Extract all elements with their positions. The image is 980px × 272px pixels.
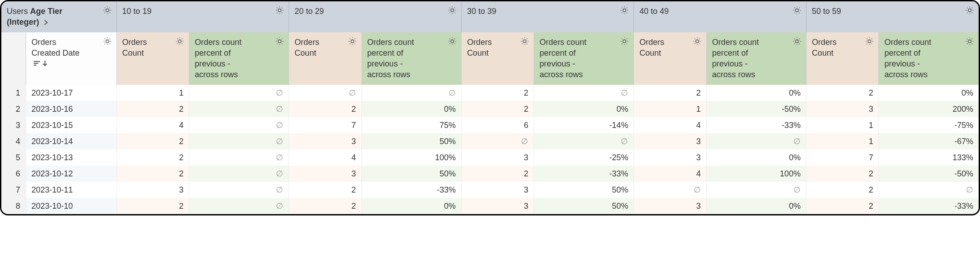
pct-cell[interactable]: 0% [707, 198, 806, 214]
count-cell[interactable]: 2 [289, 198, 361, 214]
count-cell[interactable]: 2 [117, 166, 189, 182]
date-cell[interactable]: 2023-10-10 [26, 198, 116, 214]
count-cell[interactable]: 3 [634, 198, 706, 214]
count-cell[interactable]: 2 [117, 101, 189, 117]
pct-cell[interactable]: -33% [879, 198, 979, 214]
count-cell[interactable]: 2 [806, 85, 878, 101]
count-cell[interactable]: 4 [634, 117, 706, 133]
pct-cell[interactable]: ∅ [707, 182, 806, 198]
count-cell[interactable]: 2 [806, 198, 878, 214]
gear-icon[interactable] [964, 5, 975, 16]
pct-cell[interactable]: 50% [534, 182, 633, 198]
pct-cell[interactable]: ∅ [189, 166, 289, 182]
pct-cell[interactable]: ∅ [534, 85, 633, 101]
count-cell[interactable]: 3 [289, 166, 361, 182]
gear-icon[interactable] [347, 36, 358, 47]
date-cell[interactable]: 2023-10-11 [26, 182, 116, 198]
pct-cell[interactable]: ∅ [189, 182, 289, 198]
pct-cell[interactable]: ∅ [189, 149, 289, 166]
gear-icon[interactable] [792, 5, 802, 16]
orders-pct-header[interactable]: Orders count percent of previous - acros… [189, 32, 289, 85]
pct-cell[interactable]: ∅ [534, 133, 633, 149]
gear-icon[interactable] [792, 36, 802, 47]
count-cell[interactable]: 1 [634, 101, 706, 117]
date-cell[interactable]: 2023-10-15 [26, 117, 116, 133]
age-tier-header[interactable]: 40 to 49 [634, 1, 806, 30]
pct-cell[interactable]: -33% [362, 182, 461, 198]
count-cell[interactable]: 2 [117, 198, 189, 214]
pct-cell[interactable]: -33% [707, 117, 806, 133]
gear-icon[interactable] [964, 36, 975, 47]
count-cell[interactable]: 3 [462, 198, 534, 214]
pct-cell[interactable]: 100% [707, 166, 806, 182]
count-cell[interactable]: 2 [462, 85, 534, 101]
count-cell[interactable]: ∅ [289, 85, 361, 101]
date-cell[interactable]: 2023-10-12 [26, 166, 116, 182]
count-cell[interactable]: 3 [117, 182, 189, 198]
pct-cell[interactable]: 0% [362, 198, 461, 214]
count-cell[interactable]: 3 [634, 149, 706, 166]
date-cell[interactable]: 2023-10-13 [26, 149, 116, 166]
count-cell[interactable]: 1 [117, 85, 189, 101]
count-cell[interactable]: 3 [806, 101, 878, 117]
gear-icon[interactable] [102, 5, 113, 16]
date-cell[interactable]: 2023-10-16 [26, 101, 116, 117]
pct-cell[interactable]: 50% [362, 166, 461, 182]
pct-cell[interactable]: 50% [362, 133, 461, 149]
orders-count-header[interactable]: Orders Count [289, 32, 361, 77]
gear-icon[interactable] [692, 36, 703, 47]
pivot-field-header[interactable]: Users Age Tier (Integer) [1, 1, 116, 32]
count-cell[interactable]: 3 [634, 133, 706, 149]
pct-cell[interactable]: 0% [362, 101, 461, 117]
pct-cell[interactable]: ∅ [707, 133, 806, 149]
count-cell[interactable]: 2 [634, 85, 706, 101]
gear-icon[interactable] [447, 36, 458, 47]
date-cell[interactable]: 2023-10-14 [26, 133, 116, 149]
count-cell[interactable]: 3 [289, 133, 361, 149]
age-tier-header[interactable]: 10 to 19 [117, 1, 289, 30]
pct-cell[interactable]: ∅ [189, 85, 289, 101]
age-tier-header[interactable]: 20 to 29 [289, 1, 461, 30]
sort-indicator[interactable] [33, 60, 48, 66]
orders-count-header[interactable]: Orders Count [806, 32, 878, 77]
pct-cell[interactable]: ∅ [189, 133, 289, 149]
count-cell[interactable]: 2 [806, 166, 878, 182]
count-cell[interactable]: 6 [462, 117, 534, 133]
pct-cell[interactable]: -50% [707, 101, 806, 117]
count-cell[interactable]: 1 [806, 117, 878, 133]
pct-cell[interactable]: 200% [879, 101, 979, 117]
count-cell[interactable]: 4 [117, 117, 189, 133]
gear-icon[interactable] [102, 36, 113, 47]
date-column-header[interactable]: Orders Created Date [26, 32, 116, 77]
pct-cell[interactable]: 0% [879, 85, 979, 101]
count-cell[interactable]: 2 [462, 101, 534, 117]
pct-cell[interactable]: -33% [534, 166, 633, 182]
count-cell[interactable]: 7 [806, 149, 878, 166]
count-cell[interactable]: 1 [806, 133, 878, 149]
gear-icon[interactable] [447, 5, 458, 16]
pct-cell[interactable]: -50% [879, 166, 979, 182]
date-cell[interactable]: 2023-10-17 [26, 85, 116, 101]
gear-icon[interactable] [174, 36, 185, 47]
pct-cell[interactable]: ∅ [189, 101, 289, 117]
pct-cell[interactable]: -67% [879, 133, 979, 149]
count-cell[interactable]: ∅ [634, 182, 706, 198]
age-tier-header[interactable]: 50 to 59 [806, 1, 979, 30]
orders-pct-header[interactable]: Orders count percent of previous - acros… [707, 32, 806, 85]
count-cell[interactable]: 3 [462, 182, 534, 198]
count-cell[interactable]: 4 [634, 166, 706, 182]
pct-cell[interactable]: 50% [534, 198, 633, 214]
orders-count-header[interactable]: Orders Count [634, 32, 706, 77]
orders-pct-header[interactable]: Orders count percent of previous - acros… [534, 32, 633, 85]
count-cell[interactable]: 7 [289, 117, 361, 133]
gear-icon[interactable] [519, 36, 530, 47]
count-cell[interactable]: 2 [289, 101, 361, 117]
pct-cell[interactable]: -75% [879, 117, 979, 133]
pct-cell[interactable]: -25% [534, 149, 633, 166]
pct-cell[interactable]: 0% [707, 149, 806, 166]
pct-cell[interactable]: -14% [534, 117, 633, 133]
count-cell[interactable]: ∅ [462, 133, 534, 149]
pct-cell[interactable]: ∅ [362, 85, 461, 101]
orders-pct-header[interactable]: Orders count percent of previous - acros… [879, 32, 979, 85]
orders-pct-header[interactable]: Orders count percent of previous - acros… [362, 32, 461, 85]
